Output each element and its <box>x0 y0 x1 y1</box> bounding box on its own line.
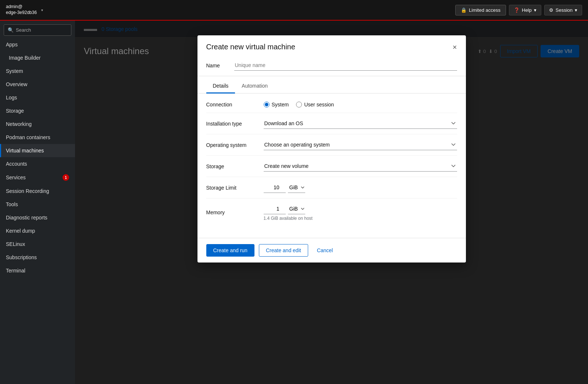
help-chevron-icon: ▾ <box>534 7 537 13</box>
gear-icon: ⚙ <box>549 7 553 13</box>
installation-type-select[interactable]: Download an OS <box>264 118 457 129</box>
sidebar-item-services[interactable]: Services 1 <box>0 170 75 184</box>
session-chevron-icon: ▾ <box>575 7 577 13</box>
create-edit-button[interactable]: Create and edit <box>259 244 308 257</box>
operating-system-select[interactable]: Choose an operating system <box>264 140 457 150</box>
operating-system-row: Operating system Choose an operating sys… <box>206 134 457 156</box>
modal-title: Create new virtual machine <box>206 43 295 51</box>
modal-overlay: Create new virtual machine × Name Detail… <box>75 21 588 384</box>
storage-limit-input[interactable] <box>264 182 286 193</box>
user-chevron-icon: ▾ <box>41 8 43 12</box>
user-session-radio-label: User session <box>304 102 334 108</box>
sidebar-item-kernel-dump[interactable]: Kernel dump <box>0 224 75 237</box>
cancel-button[interactable]: Cancel <box>313 244 338 256</box>
storage-field: Create new volume <box>264 161 457 172</box>
limited-access-button[interactable]: 🔒 Limited access <box>455 5 506 15</box>
session-button[interactable]: ⚙ Session ▾ <box>544 5 582 15</box>
content-area: ▬▬ 0 Storage pools Virtual machines ⬆ 0 … <box>75 21 588 384</box>
sidebar-item-subscriptions[interactable]: Subscriptions <box>0 251 75 264</box>
sidebar-item-apps[interactable]: Apps <box>0 38 75 51</box>
storage-limit-label: Storage Limit <box>206 185 258 191</box>
installation-type-label: Installation type <box>206 121 258 127</box>
search-placeholder: Search <box>16 27 31 33</box>
name-label: Name <box>206 63 228 68</box>
main-layout: 🔍 Search Apps Image Builder System Overv… <box>0 21 588 384</box>
memory-helper-text: 1.4 GiB available on host <box>264 216 457 221</box>
session-label: Session <box>556 7 573 13</box>
sidebar-item-terminal[interactable]: Terminal <box>0 264 75 277</box>
storage-limit-row: Storage Limit GiB MiB TiB <box>206 177 457 198</box>
sidebar-item-podman[interactable]: Podman containers <box>0 131 75 144</box>
services-badge: 1 <box>63 174 69 181</box>
search-icon: 🔍 <box>8 27 14 33</box>
installation-type-row: Installation type Download an OS <box>206 113 457 134</box>
limited-access-label: Limited access <box>469 7 500 13</box>
memory-input[interactable] <box>264 204 286 214</box>
modal-form-body: Connection System User session <box>197 94 466 238</box>
memory-unit-select[interactable]: GiB MiB <box>288 204 305 214</box>
modal-close-button[interactable]: × <box>453 43 457 51</box>
system-label: System <box>6 68 23 74</box>
session-recording-label: Session Recording <box>6 188 49 194</box>
logs-label: Logs <box>6 95 17 101</box>
podman-label: Podman containers <box>6 134 50 140</box>
tab-details[interactable]: Details <box>206 79 235 94</box>
storage-select[interactable]: Create new volume <box>264 161 457 172</box>
help-icon: ❓ <box>514 7 520 13</box>
system-radio-option[interactable]: System <box>264 102 289 108</box>
user-session-radio[interactable] <box>296 102 302 108</box>
sidebar-item-system[interactable]: System <box>0 64 75 78</box>
system-radio[interactable] <box>264 102 270 108</box>
virtual-machines-label: Virtual machines <box>6 148 44 154</box>
topbar-left: admin@ edge-3e92db36 ▾ <box>6 4 43 15</box>
image-builder-label: Image Builder <box>9 55 40 61</box>
storage-label: Storage <box>206 163 258 169</box>
help-button[interactable]: ❓ Help ▾ <box>509 5 541 15</box>
topbar: admin@ edge-3e92db36 ▾ 🔒 Limited access … <box>0 0 588 21</box>
name-input[interactable] <box>234 60 457 71</box>
create-run-button[interactable]: Create and run <box>206 244 254 257</box>
storage-limit-input-group: GiB MiB TiB <box>264 182 457 193</box>
sidebar-item-image-builder[interactable]: Image Builder <box>0 51 75 64</box>
lock-icon: 🔒 <box>461 7 467 13</box>
storage-row: Storage Create new volume <box>206 156 457 177</box>
sidebar-item-networking[interactable]: Networking <box>0 117 75 131</box>
memory-row: Memory GiB MiB 1.4 GiB available on ho <box>206 198 457 226</box>
diagnostic-label: Diagnostic reports <box>6 215 47 221</box>
user-menu[interactable]: admin@ edge-3e92db36 <box>6 4 37 15</box>
sidebar-item-tools[interactable]: Tools <box>0 198 75 211</box>
connection-row: Connection System User session <box>206 96 457 113</box>
sidebar-item-storage[interactable]: Storage <box>0 104 75 117</box>
terminal-label: Terminal <box>6 268 25 274</box>
connection-label: Connection <box>206 102 258 108</box>
modal-tabs: Details Automation <box>197 79 466 94</box>
connection-field: System User session <box>264 102 457 108</box>
overview-label: Overview <box>6 81 27 87</box>
sidebar-item-accounts[interactable]: Accounts <box>0 157 75 170</box>
search-input[interactable]: 🔍 Search <box>4 24 71 36</box>
services-label: Services <box>6 175 26 180</box>
system-radio-label: System <box>272 102 289 108</box>
sidebar-item-session-recording[interactable]: Session Recording <box>0 184 75 198</box>
help-label: Help <box>522 7 532 13</box>
subscriptions-label: Subscriptions <box>6 254 37 260</box>
installation-type-field: Download an OS <box>264 118 457 129</box>
memory-input-group: GiB MiB <box>264 204 457 214</box>
sidebar-item-selinux[interactable]: SELinux <box>0 237 75 251</box>
tab-automation[interactable]: Automation <box>235 79 274 94</box>
sidebar-item-logs[interactable]: Logs <box>0 91 75 104</box>
operating-system-label: Operating system <box>206 142 258 148</box>
sidebar-item-virtual-machines[interactable]: Virtual machines <box>0 144 75 157</box>
user-session-radio-option[interactable]: User session <box>296 102 334 108</box>
storage-limit-unit-select[interactable]: GiB MiB TiB <box>288 182 305 193</box>
sidebar-item-diagnostic[interactable]: Diagnostic reports <box>0 211 75 224</box>
accounts-label: Accounts <box>6 161 27 167</box>
topbar-right: 🔒 Limited access ❓ Help ▾ ⚙ Session ▾ <box>455 5 582 15</box>
apps-label: Apps <box>6 42 18 47</box>
storage-label: Storage <box>6 108 24 114</box>
create-vm-modal: Create new virtual machine × Name Detail… <box>197 35 466 263</box>
tools-label: Tools <box>6 201 18 207</box>
sidebar-item-overview[interactable]: Overview <box>0 78 75 91</box>
kernel-dump-label: Kernel dump <box>6 228 35 234</box>
modal-header: Create new virtual machine × <box>197 35 466 57</box>
